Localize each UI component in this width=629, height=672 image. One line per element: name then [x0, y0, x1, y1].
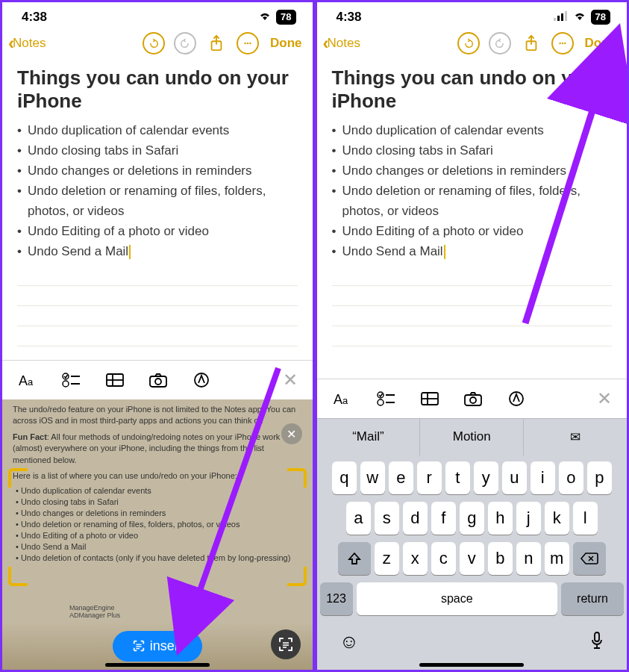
prediction-item[interactable]: Motion [420, 419, 524, 455]
ruled-lines [332, 266, 613, 346]
list-item[interactable]: •Undo deletion or renaming of files, fol… [17, 181, 298, 222]
key-k[interactable]: k [545, 502, 569, 535]
key-h[interactable]: h [488, 502, 513, 535]
emoji-key[interactable]: ☺ [339, 630, 360, 653]
list-item[interactable]: •Undo closing tabs in Safari [17, 141, 298, 161]
note-editor[interactable]: Things you can undo on your iPhone •Undo… [2, 62, 313, 360]
key-c[interactable]: c [431, 542, 456, 575]
back-button[interactable]: ‹ Notes [8, 36, 46, 51]
ruled-lines [17, 266, 298, 346]
list-item[interactable]: •Undo closing tabs in Safari [332, 141, 613, 161]
key-r[interactable]: r [417, 461, 442, 494]
key-t[interactable]: t [445, 461, 470, 494]
key-i[interactable]: i [531, 461, 555, 494]
home-indicator[interactable] [105, 663, 210, 667]
checklist-button[interactable] [375, 389, 398, 408]
table-button[interactable] [419, 389, 441, 408]
text-format-button[interactable]: Aa [332, 389, 354, 408]
numbers-key[interactable]: 123 [320, 582, 353, 615]
note-title[interactable]: Things you can undo on your iPhone [332, 66, 613, 112]
list-item[interactable]: •Undo Send a Mail [332, 242, 613, 262]
redo-button[interactable] [489, 32, 511, 55]
clock: 4:38 [22, 10, 47, 25]
camera-button[interactable] [147, 370, 169, 390]
svg-rect-30 [565, 11, 567, 21]
more-button[interactable] [237, 32, 259, 55]
svg-point-12 [63, 381, 69, 387]
list-item[interactable]: •Undo deletion or renaming of files, fol… [332, 181, 613, 222]
svg-point-18 [155, 379, 161, 385]
list-item[interactable]: •Undo duplication of calendar events [332, 121, 613, 141]
close-toolbar-button[interactable]: ✕ [283, 370, 298, 391]
dictation-key[interactable] [589, 631, 604, 653]
key-l[interactable]: l [573, 502, 598, 535]
key-p[interactable]: p [587, 461, 612, 494]
svg-rect-29 [561, 13, 563, 21]
key-x[interactable]: x [403, 542, 428, 575]
redo-button[interactable] [174, 32, 196, 55]
table-button[interactable] [104, 370, 126, 390]
status-bar: 4:38 78 [317, 2, 628, 28]
close-overlay-button[interactable]: ✕ [281, 423, 302, 444]
list-item[interactable]: •Undo duplication of calendar events [17, 121, 298, 141]
key-a[interactable]: a [346, 502, 371, 535]
svg-point-32 [559, 43, 560, 44]
key-q[interactable]: q [332, 461, 357, 494]
key-e[interactable]: e [389, 461, 413, 494]
note-title[interactable]: Things you can undo on your iPhone [17, 66, 298, 112]
ad-brand: ManageEngineADManager Plus [69, 604, 120, 619]
key-d[interactable]: d [403, 502, 428, 535]
list-item[interactable]: •Undo changes or deletions in reminders [17, 161, 298, 181]
key-g[interactable]: g [460, 502, 484, 535]
share-button[interactable] [205, 32, 228, 55]
prediction-item[interactable]: ✉︎ [524, 419, 627, 455]
backspace-key[interactable] [573, 542, 606, 575]
insert-button[interactable]: insert [113, 631, 202, 662]
key-o[interactable]: o [559, 461, 583, 494]
key-z[interactable]: z [375, 542, 399, 575]
svg-text:A: A [19, 373, 28, 388]
key-v[interactable]: v [460, 542, 484, 575]
svg-rect-47 [595, 632, 599, 641]
checklist-button[interactable] [60, 370, 83, 390]
live-text-icon [278, 636, 294, 653]
list-item[interactable]: •Undo Editing of a photo or video [332, 222, 613, 242]
key-n[interactable]: n [516, 542, 541, 575]
svg-text:a: a [342, 395, 348, 406]
key-b[interactable]: b [488, 542, 513, 575]
note-editor[interactable]: Things you can undo on your iPhone •Undo… [317, 62, 628, 379]
scanned-text: Fun Fact: All four methods of undoing/re… [13, 432, 304, 466]
key-y[interactable]: y [474, 461, 498, 494]
key-f[interactable]: f [431, 502, 456, 535]
list-item[interactable]: •Undo changes or deletions in reminders [332, 161, 613, 181]
undo-button[interactable] [457, 32, 480, 55]
list-item[interactable]: •Undo Send a Mail [17, 242, 298, 262]
return-key[interactable]: return [561, 582, 624, 615]
markup-button[interactable] [190, 370, 213, 390]
home-indicator[interactable] [419, 663, 524, 667]
more-button[interactable] [551, 32, 574, 55]
svg-point-45 [470, 397, 476, 403]
wifi-icon [258, 10, 272, 25]
text-format-button[interactable]: Aa [17, 370, 40, 390]
format-toolbar: Aa ✕ [2, 360, 313, 399]
shift-key[interactable] [338, 542, 371, 575]
done-button[interactable]: Done [585, 36, 617, 51]
key-m[interactable]: m [545, 542, 569, 575]
share-button[interactable] [520, 32, 542, 55]
space-key[interactable]: space [357, 582, 558, 615]
key-j[interactable]: j [516, 502, 541, 535]
key-s[interactable]: s [375, 502, 399, 535]
markup-button[interactable] [505, 389, 528, 408]
close-toolbar-button[interactable]: ✕ [597, 388, 612, 409]
back-button[interactable]: ‹ Notes [323, 36, 360, 51]
undo-button[interactable] [143, 32, 165, 55]
prediction-item[interactable]: Mail [317, 419, 421, 455]
cellular-icon [554, 10, 569, 25]
list-item[interactable]: •Undo Editing of a photo or video [17, 222, 298, 242]
live-text-toggle[interactable] [271, 629, 301, 659]
camera-button[interactable] [462, 389, 484, 408]
key-u[interactable]: u [502, 461, 527, 494]
key-w[interactable]: w [360, 461, 385, 494]
done-button[interactable]: Done [270, 36, 302, 51]
